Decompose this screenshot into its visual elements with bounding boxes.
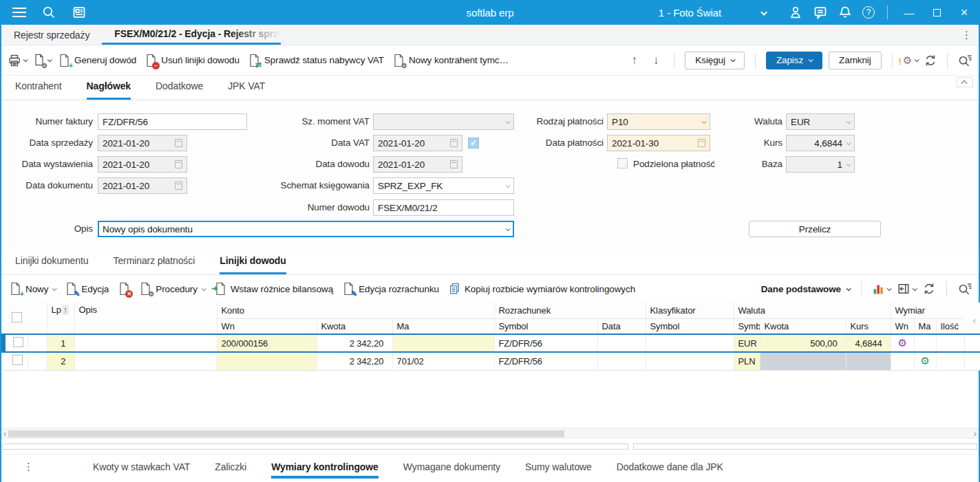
tab-sumy-walutowe[interactable]: Sumy walutowe [525, 455, 592, 479]
cell-lp[interactable]: 1 [47, 334, 74, 352]
help-icon[interactable]: ? [862, 6, 875, 19]
row-checkbox[interactable] [13, 337, 23, 347]
vat-date-checkbox[interactable]: ✓ [468, 138, 479, 149]
recalculate-button[interactable]: Przelicz [749, 221, 881, 237]
copy-dimension-split-button[interactable]: Kopiuj rozbicie wymiarów kontrolingowych [447, 280, 637, 298]
group-header-konto[interactable]: Konto [217, 303, 494, 318]
splitter-track-left[interactable] [2, 443, 628, 450]
procedures-button[interactable]: ⚙ Procedury [138, 280, 206, 298]
maximize-button[interactable] [928, 7, 946, 19]
search-icon[interactable] [41, 5, 56, 20]
save-button[interactable]: Zapisz [766, 52, 822, 69]
refresh-lines-button[interactable] [923, 283, 935, 295]
horizontal-scrollbar[interactable]: ‹ › [1, 428, 979, 439]
select-all-checkbox[interactable] [12, 312, 22, 322]
collapse-panel-button[interactable] [957, 77, 973, 87]
payment-date-field[interactable] [607, 135, 710, 151]
filter-search-button[interactable] [958, 54, 972, 67]
table-row[interactable]: 1 200/000156 2 342,20 FZ/DFR/56 EUR 500,… [3, 334, 980, 352]
group-header-waluta[interactable]: Waluta [734, 303, 891, 318]
refresh-button[interactable] [924, 54, 937, 67]
user-icon[interactable] [788, 5, 803, 20]
cell-wal-kwota[interactable]: 500,00 [760, 334, 846, 352]
cell-lp[interactable]: 2 [47, 352, 74, 370]
delete-proof-lines-button[interactable]: – Usuń linijki dowodu [144, 52, 241, 69]
edit-settlement-button[interactable]: ✎ Edycja rozrachunku [341, 280, 440, 298]
tab-overflow-menu-icon[interactable]: ⋮ [955, 29, 979, 41]
cell-roz-data[interactable] [597, 352, 646, 370]
chart-view-button[interactable] [873, 283, 891, 295]
column-header-wym-ilosc[interactable]: Ilość [936, 318, 964, 334]
column-header-wym-ma[interactable]: Ma [914, 318, 936, 334]
cell-wal-symbol[interactable]: EUR [734, 334, 760, 352]
view-selector[interactable]: Dane podstawowe [761, 284, 850, 294]
issue-date-field[interactable] [98, 156, 187, 173]
close-button[interactable]: × [955, 6, 973, 20]
column-header-konto-ma[interactable]: Ma [392, 318, 494, 334]
notifications-bell-icon[interactable] [838, 5, 853, 20]
vat-date-field[interactable] [373, 135, 462, 151]
group-header-wymiar[interactable]: Wymiar [891, 303, 964, 318]
base-field[interactable]: 1 [786, 156, 855, 173]
cell-wal-symbol[interactable]: PLN [734, 352, 760, 370]
column-header-wal-kwota[interactable]: Kwota [760, 318, 846, 334]
table-row[interactable]: 2 2 342,20 701/02 FZ/DFR/56 PLN ⚙ [3, 352, 980, 370]
cell-konto-wn[interactable]: 200/000156 [217, 334, 317, 352]
column-header-klas-symbol[interactable]: Symbol [646, 318, 734, 334]
new-temp-contractor-button[interactable]: ⚙ Nowy kontrahent tymc… [392, 52, 510, 69]
payment-type-select[interactable]: P10 [607, 113, 710, 130]
tab-rejestr-sprzedazy[interactable]: Rejestr sprzedaży [1, 25, 102, 45]
column-header-lp[interactable]: Lp↑ [47, 303, 74, 334]
tab-document-edit[interactable]: FSEX/M0/21/2 - Edycja - Rejestr sprze [102, 25, 281, 45]
tab-dodatkowe[interactable]: Dodatkowe [156, 80, 203, 100]
scrollbar-thumb[interactable] [8, 430, 564, 437]
check-vat-status-button[interactable]: ⇄ Sprawdź status nabywcy VAT [247, 52, 385, 69]
cell-konto-kwota[interactable]: 2 342,20 [317, 334, 392, 352]
posting-scheme-select[interactable]: SPRZ_EXP_FK [373, 177, 514, 194]
cell-wym-ilosc[interactable] [936, 352, 964, 370]
minimize-button[interactable]: — [900, 7, 918, 19]
cell-roz-symbol[interactable]: FZ/DFR/56 [494, 334, 597, 352]
tab-linijki-dowodu[interactable]: Linijki dowodu [220, 255, 286, 274]
column-header-roz-symbol[interactable]: Symbol [494, 318, 597, 334]
tab-wymagane-dokumenty[interactable]: Wymagane dokumenty [403, 455, 500, 479]
column-header-wym-wn[interactable]: Wn [891, 318, 914, 334]
cell-klas-symbol[interactable] [646, 334, 734, 352]
document-actions-button[interactable]: ⚙ [33, 54, 51, 67]
cell-wym-ma[interactable] [914, 334, 936, 352]
bottom-tabs-menu-icon[interactable]: ⋮ [23, 461, 34, 473]
side-panel-button[interactable] [897, 283, 916, 295]
cell-opis[interactable] [74, 334, 217, 352]
new-line-button[interactable]: + Nowy [8, 280, 57, 298]
tab-kwoty-w-stawkach-vat[interactable]: Kwoty w stawkach VAT [93, 455, 190, 479]
column-header-wal-kurs[interactable]: Kurs [846, 318, 891, 334]
row-checkbox[interactable] [12, 355, 23, 365]
print-button[interactable] [8, 54, 27, 67]
column-header-konto-wn[interactable]: Wn [217, 318, 317, 334]
edit-line-button[interactable]: ✎ Edycja [64, 280, 110, 298]
proof-number-field[interactable] [373, 199, 514, 216]
tab-jpk-vat[interactable]: JPK VAT [228, 80, 265, 100]
cell-konto-kwota[interactable]: 2 342,20 [317, 352, 392, 370]
messages-icon[interactable] [813, 5, 828, 20]
currency-select[interactable]: EUR [786, 113, 855, 130]
tab-zaliczki[interactable]: Zaliczki [215, 455, 246, 479]
cell-wym-ilosc[interactable] [936, 334, 964, 352]
cell-klas-symbol[interactable] [646, 352, 734, 370]
dimension-gear-icon[interactable]: ⚙ [897, 337, 906, 349]
post-button[interactable]: Księguj [685, 52, 745, 69]
dimension-gear-icon[interactable]: ⚙ [920, 355, 929, 366]
tab-dodatkowe-dane-dla-jpk[interactable]: Dodatkowe dane dla JPK [617, 455, 723, 479]
vat-moment-select[interactable] [373, 113, 514, 130]
delete-line-button[interactable]: ✕ [117, 280, 131, 298]
tab-kontrahent[interactable]: Kontrahent [15, 80, 62, 100]
tab-linijki-dokumentu[interactable]: Linijki dokumentu [15, 255, 88, 274]
cell-wym-wn[interactable] [891, 352, 914, 370]
filter-search-lines-button[interactable] [958, 283, 972, 295]
column-header-wal-symbol[interactable]: Symbol [734, 318, 760, 334]
tab-wymiary-kontrolingowe[interactable]: Wymiary kontrolingowe [271, 455, 379, 479]
exchange-rate-field[interactable]: 4,6844 [786, 135, 855, 151]
generate-proof-button[interactable]: + Generuj dowód [57, 52, 138, 69]
document-date-field[interactable] [98, 177, 187, 194]
panel-splitter[interactable] [1, 443, 979, 451]
